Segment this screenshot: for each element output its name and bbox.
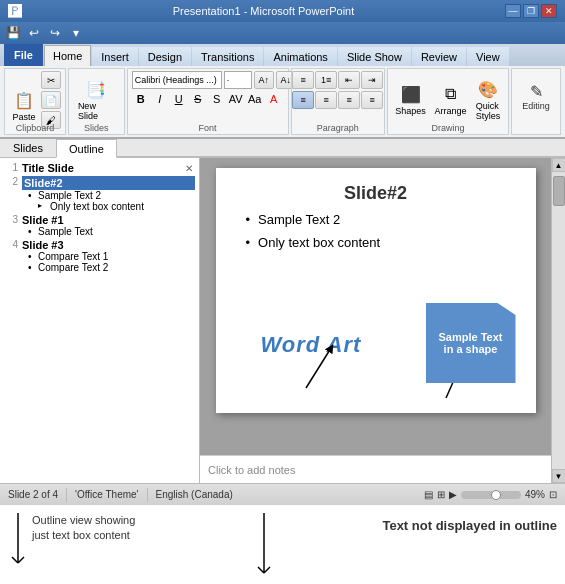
- slide-4-title: Slide #3: [22, 239, 195, 251]
- font-size-input[interactable]: [224, 71, 252, 89]
- paste-icon: 📋: [12, 88, 36, 112]
- minimize-button[interactable]: —: [505, 4, 521, 18]
- bullets-button[interactable]: ≡: [292, 71, 314, 89]
- zoom-slider[interactable]: [461, 491, 521, 499]
- paragraph-group: ≡ 1≡ ⇤ ⇥ ≡ ≡ ≡ ≡ Paragraph: [291, 68, 385, 135]
- title-bar: 🅿 Presentation1 - Microsoft PowerPoint —…: [0, 0, 565, 22]
- text-shape: Sample Text in a shape: [426, 303, 516, 383]
- scroll-up-button[interactable]: ▲: [552, 158, 566, 172]
- zoom-level: 49%: [525, 489, 545, 500]
- svg-line-3: [12, 557, 18, 563]
- annotation-right-arrow: [234, 513, 294, 583]
- arrange-button[interactable]: ⧉ Arrange: [431, 71, 470, 127]
- view-normal-button[interactable]: ▤: [424, 489, 433, 500]
- editing-label: Editing: [522, 101, 550, 111]
- editing-icon: ✎: [530, 82, 543, 101]
- numbering-button[interactable]: 1≡: [315, 71, 337, 89]
- align-right-button[interactable]: ≡: [338, 91, 360, 109]
- underline-button[interactable]: U: [170, 91, 188, 107]
- undo-button[interactable]: ↩: [25, 24, 43, 42]
- shape-text: Sample Text in a shape: [439, 331, 503, 355]
- slide-2-item-1: Sample Text 2: [22, 190, 195, 201]
- zoom-thumb[interactable]: [491, 490, 501, 500]
- editing-group: ✎ Editing: [511, 68, 561, 135]
- slide-3-item-1: Sample Text: [22, 226, 195, 237]
- quick-styles-button[interactable]: 🎨 QuickStyles: [472, 71, 504, 127]
- language-info: English (Canada): [156, 489, 233, 500]
- outline-slide-2: 2 Slide#2 Sample Text 2 Only text box co…: [4, 176, 195, 212]
- qat-dropdown-button[interactable]: ▾: [67, 24, 85, 42]
- ribbon: File Home Insert Design Transitions Anim…: [0, 44, 565, 139]
- slide-canvas: Slide#2 Sample Text 2 Only text box cont…: [216, 168, 536, 413]
- shapes-button[interactable]: ⬛ Shapes: [392, 71, 429, 127]
- fit-to-window-button[interactable]: ⊡: [549, 489, 557, 500]
- tab-home[interactable]: Home: [44, 45, 91, 66]
- text-shadow-button[interactable]: S: [208, 91, 226, 107]
- tab-animations[interactable]: Animations: [264, 46, 336, 66]
- slide-1-title: Title Slide: [22, 162, 195, 174]
- bold-button[interactable]: B: [132, 91, 150, 107]
- svg-line-4: [18, 557, 24, 563]
- slide-3-title: Slide #1: [22, 214, 195, 226]
- svg-line-7: [264, 567, 270, 573]
- panel-close-button[interactable]: ✕: [181, 160, 197, 176]
- increase-indent-button[interactable]: ⇥: [361, 71, 383, 89]
- tab-insert[interactable]: Insert: [92, 46, 138, 66]
- cut-button[interactable]: ✂: [41, 71, 61, 89]
- clipboard-group: 📋 Paste ✂ 📄 🖌 Clipboard: [4, 68, 66, 135]
- tab-file[interactable]: File: [4, 44, 43, 66]
- redo-button[interactable]: ↪: [46, 24, 64, 42]
- tab-view[interactable]: View: [467, 46, 509, 66]
- font-name-input[interactable]: [132, 71, 222, 89]
- view-reading-button[interactable]: ▶: [449, 489, 457, 500]
- slide-num-4: 4: [4, 239, 18, 273]
- decrease-indent-button[interactable]: ⇤: [338, 71, 360, 89]
- scroll-thumb[interactable]: [553, 176, 565, 206]
- notes-area[interactable]: Click to add notes: [200, 455, 551, 483]
- close-button[interactable]: ✕: [541, 4, 557, 18]
- char-spacing-button[interactable]: AV: [227, 91, 245, 107]
- slide-num-1: 1: [4, 162, 18, 174]
- annotation-right-text: Text not displayed in outline: [382, 517, 557, 535]
- outline-tab[interactable]: Outline: [56, 139, 117, 158]
- slide-4-item-1: Compare Text 1: [22, 251, 195, 262]
- quick-access-toolbar: 💾 ↩ ↪ ▾: [0, 22, 565, 44]
- word-art: Word Art: [261, 332, 362, 358]
- tab-review[interactable]: Review: [412, 46, 466, 66]
- italic-button[interactable]: I: [151, 91, 169, 107]
- shapes-icon: ⬛: [399, 82, 423, 106]
- new-slide-button[interactable]: 📑 New Slide: [73, 71, 120, 127]
- arrange-icon: ⧉: [439, 82, 463, 106]
- align-center-button[interactable]: ≡: [315, 91, 337, 109]
- svg-line-6: [258, 567, 264, 573]
- increase-font-button[interactable]: A↑: [254, 71, 274, 89]
- vertical-scrollbar[interactable]: ▲ ▼: [551, 158, 565, 483]
- drawing-group: ⬛ Shapes ⧉ Arrange 🎨 QuickStyles Drawing: [387, 68, 509, 135]
- maximize-button[interactable]: ❐: [523, 4, 539, 18]
- slide-main-title: Slide#2: [216, 168, 536, 212]
- font-color-button[interactable]: A: [265, 91, 283, 107]
- copy-button[interactable]: 📄: [41, 91, 61, 109]
- outline-slide-3: 3 Slide #1 Sample Text: [4, 214, 195, 237]
- tab-slideshow[interactable]: Slide Show: [338, 46, 411, 66]
- slides-group: 📑 New Slide Slides: [68, 68, 125, 135]
- slide-4-item-2: Compare Text 2: [22, 262, 195, 273]
- tab-transitions[interactable]: Transitions: [192, 46, 263, 66]
- font-label: Font: [128, 123, 288, 133]
- slide-2-item-2: Only text box content: [22, 201, 195, 212]
- panel-tab-bar: Slides Outline: [0, 139, 565, 158]
- justify-button[interactable]: ≡: [361, 91, 383, 109]
- strikethrough-button[interactable]: S: [189, 91, 207, 107]
- notes-placeholder: Click to add notes: [208, 464, 295, 476]
- case-button[interactable]: Aa: [246, 91, 264, 107]
- scroll-down-button[interactable]: ▼: [552, 469, 566, 483]
- annotation-left-arrow: [8, 513, 28, 573]
- slide-scroll[interactable]: Slide#2 Sample Text 2 Only text box cont…: [200, 158, 551, 455]
- outline-content: 1 Title Slide 2 Slide#2 Sample Text 2 On…: [0, 158, 199, 483]
- align-left-button[interactable]: ≡: [292, 91, 314, 109]
- tab-design[interactable]: Design: [139, 46, 191, 66]
- annotation-area: Outline view showing just text box conte…: [0, 505, 565, 584]
- ribbon-content: 📋 Paste ✂ 📄 🖌 Clipboard 📑 New Slide Slid…: [0, 66, 565, 138]
- save-button[interactable]: 💾: [4, 24, 22, 42]
- view-slide-sorter-button[interactable]: ⊞: [437, 489, 445, 500]
